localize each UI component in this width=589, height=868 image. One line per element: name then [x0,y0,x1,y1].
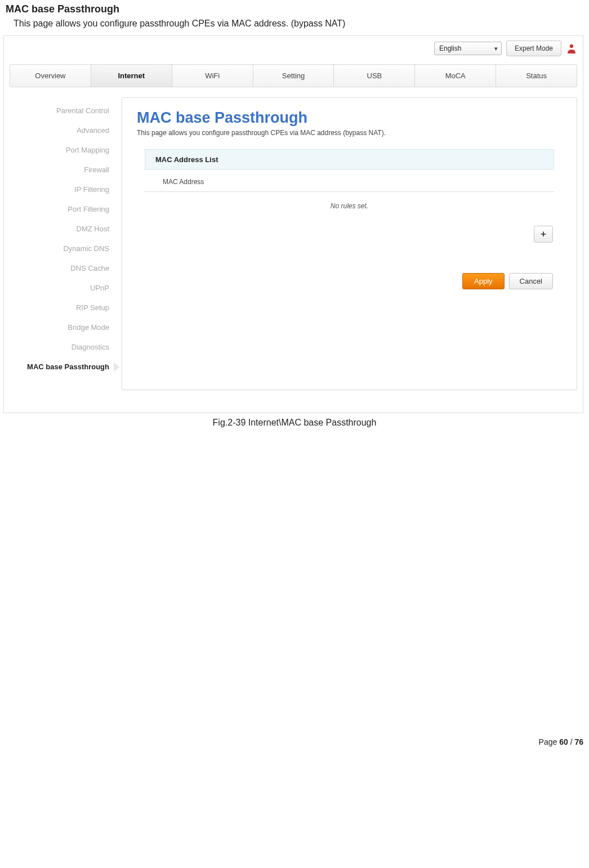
doc-desc: This page allows you configure passthrou… [14,19,583,29]
sidebar-item-dynamic-dns[interactable]: Dynamic DNS [10,239,114,258]
sidebar-item-port-mapping[interactable]: Port Mapping [10,140,114,160]
cancel-button[interactable]: Cancel [509,273,553,289]
panel-desc: This page allows you configure passthrou… [137,129,562,137]
sidebar-item-mac-base-passthrough[interactable]: MAC base Passthrough [10,357,114,377]
apply-button[interactable]: Apply [462,273,505,289]
page-current: 60 [559,737,568,746]
sidebar-item-bridge-mode[interactable]: Bridge Mode [10,317,114,337]
expert-mode-button[interactable]: Expert Mode [506,41,561,56]
sidebar-item-port-filtering[interactable]: Port Filtering [10,199,114,219]
main-tabs: Overview Internet WiFi Setting USB MoCA … [10,64,577,87]
add-row-button[interactable]: + [534,226,553,243]
topbar: English Expert Mode [4,36,583,61]
empty-rules-message: No rules set. [145,192,554,226]
user-icon[interactable] [566,43,577,54]
tab-overview[interactable]: Overview [10,65,91,87]
sidebar-item-advanced[interactable]: Advanced [10,120,114,140]
doc-title: MAC base Passthrough [6,3,583,15]
sidebar-item-dmz-host[interactable]: DMZ Host [10,219,114,239]
sidebar-item-dns-cache[interactable]: DNS Cache [10,258,114,278]
sidebar-item-ip-filtering[interactable]: IP Filtering [10,180,114,199]
figure-caption: Fig.2-39 Internet\MAC base Passthrough [0,418,589,428]
sidebar-item-upnp[interactable]: UPnP [10,278,114,298]
sidebar-item-diagnostics[interactable]: Diagnostics [10,337,114,357]
page-sep: / [568,737,575,746]
page-footer: Page 60 / 76 [0,428,589,752]
page-label: Page [539,737,560,746]
tab-usb[interactable]: USB [334,65,415,87]
sidebar-item-firewall[interactable]: Firewall [10,160,114,180]
svg-point-0 [570,44,573,48]
router-admin-screenshot: English Expert Mode Overview Internet Wi… [3,35,583,413]
tab-internet[interactable]: Internet [91,65,172,87]
tab-wifi[interactable]: WiFi [172,65,253,87]
page-total: 76 [574,737,583,746]
tab-setting[interactable]: Setting [253,65,334,87]
sidebar-item-parental-control[interactable]: Parental Control [10,101,114,120]
sidebar-item-rip-setup[interactable]: RIP Setup [10,298,114,317]
mac-list-section-header: MAC Address List [145,149,554,170]
language-select[interactable]: English [434,42,502,55]
tab-moca[interactable]: MoCA [415,65,496,87]
sidebar: Parental Control Advanced Port Mapping F… [10,97,114,390]
content-panel: MAC base Passthrough This page allows yo… [122,97,577,390]
panel-title: MAC base Passthrough [137,109,562,127]
tab-status[interactable]: Status [496,65,577,87]
column-mac-address: MAC Address [145,170,554,192]
